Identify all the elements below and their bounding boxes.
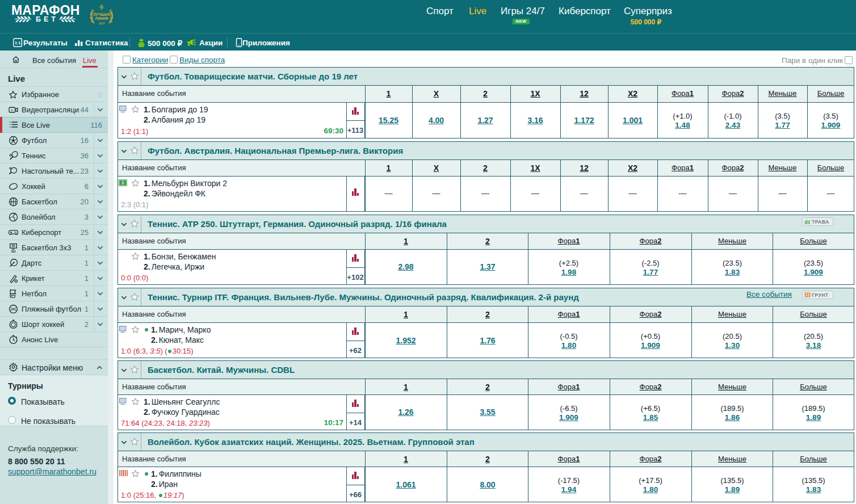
- svg-text:3x3: 3x3: [11, 250, 15, 252]
- svg-text:1:1: 1:1: [15, 41, 20, 45]
- svg-text:2024: 2024: [99, 22, 105, 25]
- svg-text:ЛИНИЯ: ЛИНИЯ: [95, 16, 108, 20]
- svg-text:ЛУЧШАЯ: ЛУЧШАЯ: [94, 12, 110, 16]
